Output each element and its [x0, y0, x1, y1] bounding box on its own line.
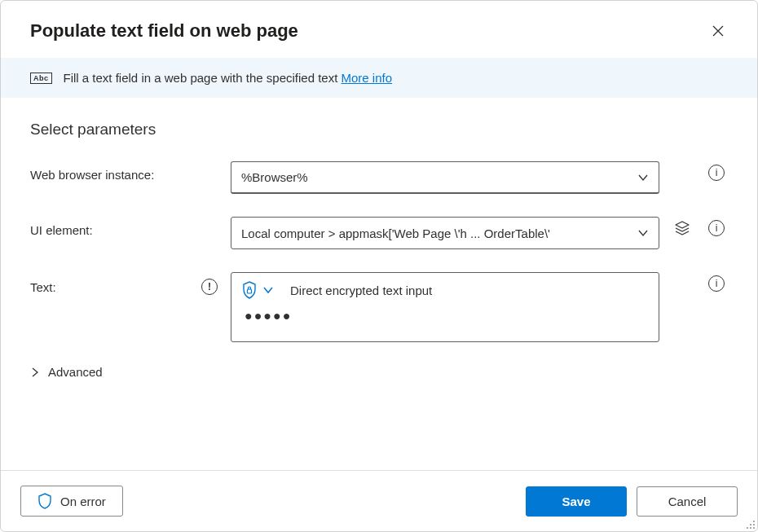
abc-icon: Abc: [30, 73, 52, 84]
param-label-text: Text: !: [30, 272, 218, 295]
dialog-footer: On error Save Cancel: [1, 470, 757, 531]
ui-element-dropdown-value: Local computer > appmask['Web Page \'h .…: [241, 226, 550, 240]
svg-point-3: [753, 524, 755, 525]
param-row-browser: Web browser instance: %Browser% i: [30, 161, 728, 194]
advanced-toggle[interactable]: Advanced: [30, 365, 728, 379]
text-input-value[interactable]: ●●●●●: [231, 304, 659, 333]
param-row-ui-element: UI element: Local computer > appmask['We…: [30, 217, 728, 249]
warning-icon: !: [201, 279, 218, 295]
close-button[interactable]: [708, 21, 728, 41]
ui-element-dropdown[interactable]: Local computer > appmask['Web Page \'h .…: [231, 217, 659, 249]
text-input-container: Direct encrypted text input ●●●●●: [231, 272, 659, 342]
param-label-browser: Web browser instance:: [30, 161, 218, 182]
chevron-down-icon: [637, 172, 649, 183]
svg-point-2: [750, 524, 751, 525]
dialog-content: Select parameters Web browser instance: …: [1, 98, 757, 470]
browser-dropdown[interactable]: %Browser%: [231, 161, 659, 194]
svg-rect-0: [248, 289, 252, 293]
more-info-link[interactable]: More info: [342, 71, 393, 85]
info-icon: i: [708, 275, 725, 292]
svg-point-4: [747, 527, 748, 529]
param-row-text: Text: !: [30, 272, 728, 342]
info-bar: Abc Fill a text field in a web page with…: [1, 58, 757, 98]
ui-element-picker-button[interactable]: [671, 217, 694, 240]
text-mode-label: Direct encrypted text input: [290, 284, 432, 297]
section-title: Select parameters: [30, 121, 728, 138]
text-input-header: Direct encrypted text input: [231, 273, 659, 304]
close-icon: [712, 24, 725, 37]
svg-point-5: [750, 527, 751, 529]
shield-lock-icon: [241, 281, 258, 299]
svg-point-6: [753, 527, 755, 529]
chevron-down-icon: [637, 227, 649, 239]
info-button-text[interactable]: i: [705, 272, 728, 295]
param-input-ui-element: Local computer > appmask['Web Page \'h .…: [231, 217, 728, 249]
chevron-down-icon: [262, 284, 274, 296]
on-error-label: On error: [60, 495, 106, 508]
on-error-button[interactable]: On error: [20, 486, 123, 517]
chevron-right-icon: [30, 367, 40, 377]
cancel-button[interactable]: Cancel: [637, 486, 738, 517]
info-icon: i: [708, 165, 725, 181]
info-button-ui-element[interactable]: i: [705, 217, 728, 240]
dialog-populate-text-field: Populate text field on web page Abc Fill…: [0, 0, 758, 532]
info-button-browser[interactable]: i: [705, 161, 728, 184]
svg-point-1: [753, 521, 755, 522]
info-icon: i: [708, 220, 725, 236]
shield-icon: [37, 493, 52, 509]
layers-icon: [674, 220, 690, 236]
footer-actions: Save Cancel: [526, 486, 738, 517]
param-input-browser: %Browser% i: [231, 161, 728, 194]
dialog-title: Populate text field on web page: [30, 20, 298, 42]
dialog-header: Populate text field on web page: [1, 1, 757, 58]
advanced-label: Advanced: [48, 365, 103, 379]
param-label-ui-element: UI element:: [30, 217, 218, 237]
resize-grip-icon[interactable]: [744, 518, 756, 530]
param-input-text: Direct encrypted text input ●●●●● i: [231, 272, 728, 342]
info-bar-text: Fill a text field in a web page with the…: [64, 71, 393, 85]
browser-dropdown-value: %Browser%: [241, 170, 308, 184]
text-mode-selector[interactable]: [241, 281, 274, 299]
info-description: Fill a text field in a web page with the…: [64, 71, 342, 85]
save-button[interactable]: Save: [526, 486, 627, 517]
